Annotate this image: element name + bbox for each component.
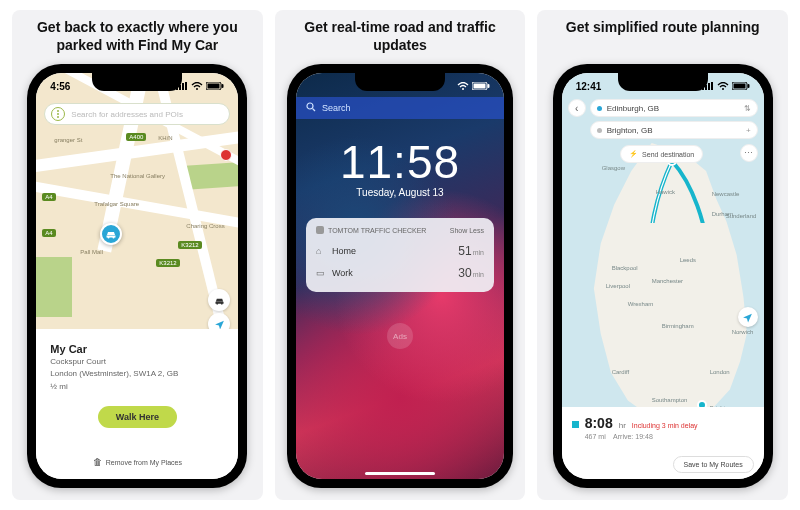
map-label: Trafalgar Square — [94, 201, 139, 207]
svg-rect-6 — [208, 84, 220, 89]
delay-text: Including 3 min delay — [632, 422, 698, 429]
road-badge: A400 — [126, 133, 146, 141]
wifi-icon — [717, 82, 729, 90]
widget-row-home[interactable]: ⌂ Home 51min — [316, 240, 484, 262]
city-label: Newcastle — [712, 191, 740, 197]
traffic-widget[interactable]: TOMTOM TRAFFIC CHECKER Show Less ⌂ Home … — [306, 218, 494, 292]
city-label: Blackpool — [612, 265, 638, 271]
card-address-1: Cockspur Court — [50, 357, 224, 367]
trash-icon: 🗑 — [93, 457, 102, 467]
city-label: Wrexham — [628, 301, 654, 307]
notch — [92, 73, 182, 91]
search-label: Search — [322, 103, 351, 113]
destination-pin[interactable] — [697, 400, 707, 407]
city-label: London — [710, 369, 730, 375]
status-right — [176, 82, 224, 90]
phone-frame: Search 11:58 Tuesday, August 13 TOMTOM T… — [287, 64, 513, 488]
dest-dot-icon — [597, 128, 602, 133]
map-label: The National Gallery — [110, 173, 165, 179]
panel-title: Get back to exactly where you parked wit… — [20, 18, 255, 54]
status-right — [702, 82, 750, 90]
dest-label: Home — [332, 246, 356, 256]
panel-traffic-updates: Get real-time road and traffic updates S… — [275, 10, 526, 500]
walk-here-button[interactable]: Walk Here — [98, 406, 177, 428]
clock-time: 11:58 — [296, 135, 504, 189]
battery-icon — [472, 82, 490, 90]
city-label: Cardiff — [612, 369, 630, 375]
road-badge: K3212 — [178, 241, 201, 249]
svg-rect-16 — [708, 83, 710, 90]
back-button[interactable]: ‹ — [568, 99, 586, 117]
city-label: Hawick — [656, 189, 675, 195]
origin-field[interactable]: Edinburgh, GB ⇅ — [590, 99, 758, 117]
card-distance: ½ mi — [50, 382, 224, 392]
destination-field[interactable]: Brighton, GB + — [590, 121, 758, 139]
destination-text: Brighton, GB — [607, 126, 653, 135]
ads-pill[interactable]: Ads — [387, 323, 413, 349]
panel-title: Get simplified route planning — [566, 18, 760, 54]
dest-label: Work — [332, 268, 353, 278]
svg-rect-2 — [182, 83, 184, 90]
status-time: 12:41 — [576, 81, 602, 92]
road-badge: K3212 — [156, 259, 179, 267]
menu-icon[interactable] — [51, 107, 65, 121]
city-label: Norwich — [732, 329, 754, 335]
city-label: Southampton — [652, 397, 688, 403]
widget-row-work[interactable]: ▭ Work 30min — [316, 262, 484, 284]
notch — [355, 73, 445, 91]
search-bar[interactable]: Search for addresses and POIs — [44, 103, 230, 125]
eta-value: 51 — [458, 244, 471, 258]
svg-rect-21 — [747, 84, 749, 88]
widget-header: TOMTOM TRAFFIC CHECKER Show Less — [316, 226, 484, 234]
city-label: Sunderland — [726, 213, 757, 219]
car-icon — [105, 229, 117, 239]
car-location-pin[interactable] — [100, 223, 122, 245]
status-right — [457, 82, 490, 90]
origin-text: Edinburgh, GB — [607, 104, 659, 113]
city-label: Manchester — [652, 278, 683, 284]
options-button[interactable]: ⋯ — [740, 144, 758, 162]
search-input[interactable]: Search for addresses and POIs — [71, 110, 223, 119]
add-stop-icon[interactable]: + — [746, 126, 751, 135]
clock-date: Tuesday, August 13 — [296, 187, 504, 198]
svg-point-12 — [307, 103, 313, 109]
card-title: My Car — [50, 343, 224, 355]
recenter-button[interactable] — [738, 307, 758, 327]
svg-rect-3 — [185, 82, 187, 90]
svg-rect-17 — [711, 82, 713, 90]
swap-icon[interactable]: ⇅ — [744, 104, 751, 113]
map-park — [36, 257, 72, 317]
route-color-swatch — [572, 421, 579, 428]
svg-rect-7 — [222, 84, 224, 88]
city-label: Glasgow — [602, 165, 625, 171]
svg-rect-20 — [733, 84, 745, 89]
spotlight-search[interactable]: Search — [296, 97, 504, 119]
bolt-icon: ⚡ — [629, 150, 638, 158]
car-fab[interactable] — [208, 289, 230, 311]
city-label: Leeds — [680, 257, 696, 263]
send-destination-button[interactable]: ⚡ Send destination — [620, 145, 703, 163]
show-less-button[interactable]: Show Less — [450, 227, 484, 234]
remove-from-places-button[interactable]: 🗑 Remove from My Places — [50, 457, 224, 471]
phone-frame: 12:41 Glasgow Newcastle Durham — [553, 64, 773, 488]
eta-unit: min — [473, 271, 484, 278]
svg-rect-10 — [474, 84, 486, 89]
eta-time: 8:08 — [585, 415, 613, 431]
send-label: Send destination — [642, 151, 694, 158]
panel-find-my-car: Get back to exactly where you parked wit… — [12, 10, 263, 500]
phone-screen-2: Search 11:58 Tuesday, August 13 TOMTOM T… — [296, 73, 504, 479]
svg-point-4 — [196, 88, 198, 90]
car-icon — [214, 296, 225, 305]
battery-icon — [732, 82, 750, 90]
home-icon: ⌂ — [316, 246, 326, 256]
home-indicator[interactable] — [365, 472, 435, 475]
svg-line-13 — [313, 109, 316, 112]
search-icon — [306, 102, 316, 114]
status-time: 4:56 — [50, 81, 70, 92]
battery-icon — [206, 82, 224, 90]
road-badge: A4 — [42, 229, 55, 237]
svg-point-8 — [462, 88, 464, 90]
map-label: Pall Mall — [80, 249, 103, 255]
save-route-button[interactable]: Save to My Routes — [673, 456, 754, 473]
app-icon — [316, 226, 324, 234]
